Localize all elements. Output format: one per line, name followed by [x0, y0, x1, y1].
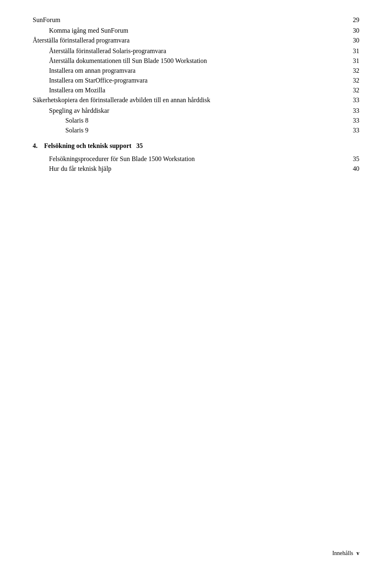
toc-text: Installera om StarOffice-programvara [49, 77, 348, 84]
footer-page: v [356, 550, 359, 557]
toc-page: 30 [353, 37, 359, 44]
toc-text: Solaris 8 [65, 117, 348, 124]
toc-page: 33 [353, 96, 359, 104]
toc-text: Hur du får teknisk hjälp [49, 165, 348, 172]
toc-entry-staroffice: Installera om StarOffice-programvara 32 [49, 77, 359, 84]
toc-text: Återställa förinstallerad Solaris-progra… [49, 47, 348, 55]
toc-page: 33 [353, 127, 359, 134]
toc-entry-sakerhetskopiera: Säkerhetskopiera den förinstallerade avb… [33, 96, 359, 104]
toc-page: 40 [353, 165, 359, 172]
chapter-page: 35 [136, 142, 143, 150]
toc-page: 29 [353, 16, 359, 24]
toc-entry-solaris8: Solaris 8 33 [65, 117, 359, 124]
toc-text: Säkerhetskopiera den förinstallerade avb… [33, 96, 348, 104]
toc-entry-annan-prog: Installera om annan programvara 32 [49, 67, 359, 74]
toc-page: 32 [353, 77, 359, 84]
toc-page: 33 [353, 117, 359, 124]
toc-entry-felsokningsprocedurer: Felsökningsprocedurer för Sun Blade 1500… [49, 155, 359, 163]
chapter-title: Felsökning och teknisk support [44, 142, 131, 150]
toc-page: 35 [353, 155, 359, 163]
toc-text: Återställa förinstallerad programvara [33, 37, 348, 44]
toc-text: Komma igång med SunForum [49, 27, 348, 34]
footer-label: Innehålls [332, 550, 353, 557]
toc-entry-atersstalla: Återställa förinstallerad programvara 30 [33, 37, 359, 44]
toc-page: 31 [353, 57, 359, 65]
toc-entry-solaris9: Solaris 9 33 [65, 127, 359, 134]
toc-entry-teknisk-hjalp: Hur du får teknisk hjälp 40 [49, 165, 359, 172]
toc-text: Spegling av hårddiskar [49, 107, 348, 114]
chapter-number: 4. [33, 142, 41, 150]
toc-text: Installera om annan programvara [49, 67, 348, 74]
toc-entry-komma-igång: Komma igång med SunForum 30 [49, 27, 359, 34]
toc-page: 31 [353, 47, 359, 55]
toc-entry-spegling: Spegling av hårddiskar 33 [49, 107, 359, 114]
chapter-4-entry: 4. Felsökning och teknisk support 35 [33, 142, 359, 150]
toc-text: SunForum [33, 16, 348, 24]
footer: Innehålls v [332, 550, 359, 557]
toc-entry-solaris-prog: Återställa förinstallerad Solaris-progra… [49, 47, 359, 55]
toc-page: 33 [353, 107, 359, 114]
toc-entry-mozilla: Installera om Mozilla 32 [49, 87, 359, 94]
toc-page: 30 [353, 27, 359, 34]
toc-text: Felsökningsprocedurer för Sun Blade 1500… [49, 155, 348, 163]
toc-entry-dokumentation: Återställa dokumentationen till Sun Blad… [49, 57, 359, 65]
toc-page: 32 [353, 67, 359, 74]
toc-text: Återställa dokumentationen till Sun Blad… [49, 57, 348, 65]
toc-page: 32 [353, 87, 359, 94]
toc-text: Solaris 9 [65, 127, 348, 134]
page-content: SunForum 29 Komma igång med SunForum 30 … [0, 0, 392, 208]
toc-entry-sunforum: SunForum 29 [33, 16, 359, 24]
toc-text: Installera om Mozilla [49, 87, 348, 94]
